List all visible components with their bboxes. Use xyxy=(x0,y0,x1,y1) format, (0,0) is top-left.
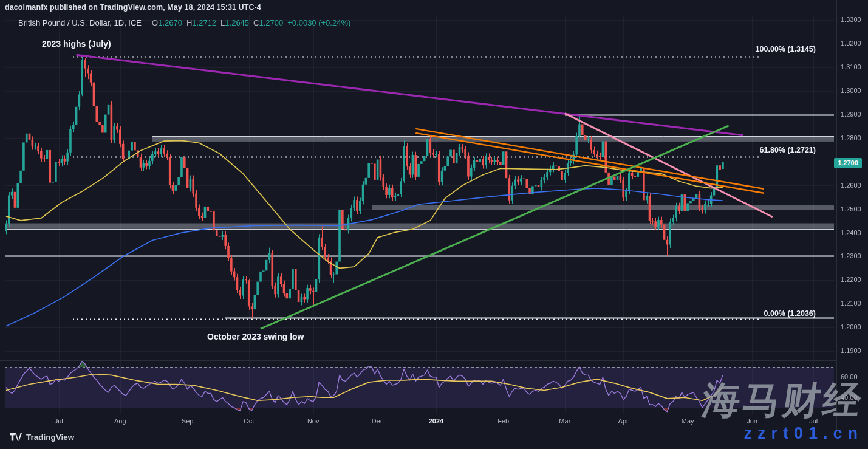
watermark-url: zzrt01.cn xyxy=(743,425,863,443)
last-price-badge: 1.2700 xyxy=(834,158,862,168)
close-value: 1.2700 xyxy=(259,18,283,27)
published-byline: dacolmanfx published on TradingView.com,… xyxy=(5,3,261,12)
tradingview-logo-text: TradingView xyxy=(26,433,74,442)
tradingview-logo-icon xyxy=(10,433,22,441)
tradingview-attribution[interactable]: TradingView xyxy=(10,433,74,442)
symbol-legend[interactable]: British Pound / U.S. Dollar, 1D, ICEO1.2… xyxy=(18,18,350,27)
fib-label-618[interactable]: 61.80% (1.2721) xyxy=(760,146,816,154)
fib-label-0[interactable]: 0.00% (1.2036) xyxy=(764,309,816,318)
open-value: 1.2670 xyxy=(158,18,182,27)
symbol-title: British Pound / U.S. Dollar, 1D, ICE xyxy=(18,18,142,27)
annotation-october-swing-low[interactable]: October 2023 swing low xyxy=(207,332,304,341)
high-value: 1.2712 xyxy=(192,18,216,27)
high-label: H xyxy=(186,18,192,27)
annotation-2023-highs[interactable]: 2023 highs (July) xyxy=(42,39,111,49)
fib-label-100[interactable]: 100.00% (1.3145) xyxy=(756,45,816,53)
open-label: O xyxy=(152,18,158,27)
tradingview-published-chart: dacolmanfx published on TradingView.com,… xyxy=(0,0,868,449)
watermark-cjk: 海马财经 xyxy=(700,382,866,419)
low-value: 1.2645 xyxy=(225,18,249,27)
change-value: +0.0030 (+0.24%) xyxy=(287,18,350,27)
